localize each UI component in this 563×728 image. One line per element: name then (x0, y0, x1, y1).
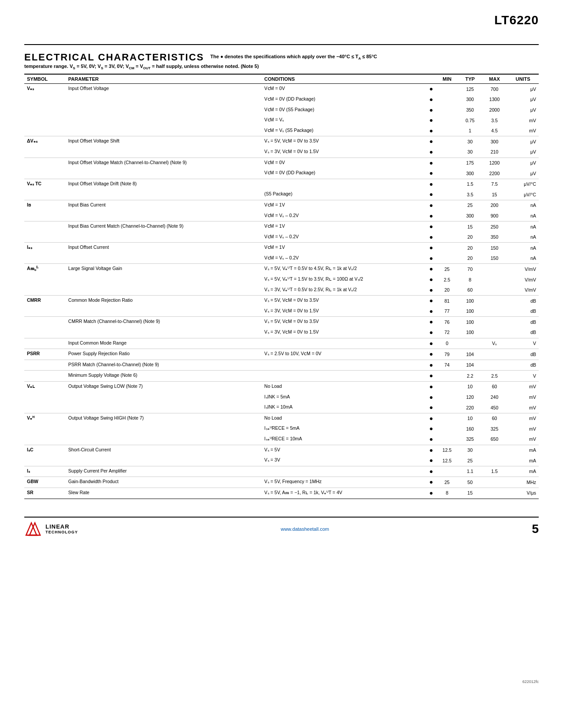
condition-cell: IₛₒᵁRECE = 5mA (262, 424, 427, 434)
typ-cell: 100 (458, 327, 482, 338)
dot-cell: ● (427, 360, 435, 371)
dot-cell: ● (427, 168, 435, 179)
ec-subtitle2: temperature range. VS = 5V, 0V; VS = 3V,… (24, 64, 539, 70)
dot-cell: ● (427, 84, 435, 94)
units-cell: dB (507, 360, 539, 371)
condition-cell (262, 371, 427, 382)
symbol-cell: Vₒʟ (24, 382, 66, 413)
condition-cell: IₛₒᵁRECE = 10mA (262, 434, 427, 445)
dot-cell: ● (427, 179, 435, 189)
condition-cell: Vₛ = 5V, VᴄM = 0V to 3.5V (262, 317, 427, 327)
table-row: VₒʟOutput Voltage Swing LOW (Note 7)No L… (24, 382, 539, 392)
col-dot (427, 74, 435, 84)
units-cell: dB (507, 306, 539, 317)
param-cell: Power Supply Rejection Ratio (66, 349, 262, 360)
condition-cell (262, 466, 427, 477)
dot-cell: ● (427, 232, 435, 243)
typ-cell: 25 (458, 455, 482, 466)
typ-cell: 60 (458, 285, 482, 296)
condition-cell: VᴄM = Vₛ (262, 115, 427, 126)
dot-cell: ● (427, 200, 435, 210)
min-cell: 77 (436, 306, 458, 317)
max-cell: 2.5 (482, 371, 507, 382)
min-cell: 25 (436, 477, 458, 488)
param-cell: Gain-Bandwidth Product (66, 477, 262, 488)
table-row: IₒₛInput Offset CurrentVᴄM = 1V●20150nA (24, 243, 539, 253)
param-cell: PSRR Match (Channel-to-Channel) (Note 9) (66, 360, 262, 371)
typ-cell: 20 (458, 253, 482, 264)
units-cell: mV (507, 402, 539, 413)
condition-cell: Vₛ = 3V (262, 455, 427, 466)
condition-cell (262, 338, 427, 349)
typ-cell: 3.5 (458, 189, 482, 200)
typ-cell: 30 (458, 136, 482, 147)
table-row: Minimum Supply Voltage (Note 6)●2.22.5V (24, 371, 539, 382)
symbol-cell: IₛC (24, 445, 66, 466)
typ-cell: 300 (458, 168, 482, 179)
dot-cell: ● (427, 371, 435, 382)
max-cell: 450 (482, 402, 507, 413)
company-name-line2: TECHNOLOGY (45, 530, 78, 534)
units-cell: V/mV (507, 264, 539, 274)
units-cell: MHz (507, 477, 539, 488)
typ-cell: 1 (458, 126, 482, 136)
table-row: ΔVₒₛInput Offset Voltage ShiftVₛ = 5V, V… (24, 136, 539, 147)
dot-cell: ● (427, 136, 435, 147)
units-cell: V/mV (507, 285, 539, 296)
characteristics-table: SYMBOL PARAMETER CONDITIONS MIN TYP MAX … (24, 74, 539, 499)
units-cell: dB (507, 296, 539, 306)
dot-cell: ● (427, 296, 435, 306)
min-cell: 8 (436, 488, 458, 499)
max-cell: 210 (482, 147, 507, 158)
min-cell (436, 94, 458, 105)
table-row: IₛSupply Current Per Amplifier●1.11.5mA (24, 466, 539, 477)
footer-url[interactable]: www.datasheetall.com (281, 526, 329, 532)
table-row: Vₒₛ TCInput Offset Voltage Drift (Note 8… (24, 179, 539, 189)
symbol-cell: Vₒₛ TC (24, 179, 66, 200)
units-cell: nA (507, 221, 539, 232)
min-cell: 74 (436, 360, 458, 371)
param-cell: Common Mode Rejection Ratio (66, 296, 262, 317)
units-cell: mV (507, 434, 539, 445)
units-cell: mV (507, 413, 539, 424)
param-cell: Output Voltage Swing LOW (Note 7) (66, 382, 262, 413)
condition-cell: VᴄM = 0V (262, 158, 427, 168)
typ-cell: 20 (458, 243, 482, 253)
typ-cell: 350 (458, 105, 482, 116)
param-cell: Short-Circuit Current (66, 445, 262, 466)
units-cell: μV (507, 136, 539, 147)
max-cell (482, 488, 507, 499)
param-cell: Output Voltage Swing HIGH (Note 7) (66, 413, 262, 445)
min-cell (436, 115, 458, 126)
units-cell: mA (507, 466, 539, 477)
table-row: VₒᴴOutput Voltage Swing HIGH (Note 7)No … (24, 413, 539, 424)
condition-cell: VᴄM = 1V (262, 221, 427, 232)
typ-cell: 100 (458, 296, 482, 306)
dot-cell: ● (427, 115, 435, 126)
max-cell (482, 264, 507, 274)
col-symbol: SYMBOL (24, 74, 66, 84)
min-cell: 79 (436, 349, 458, 360)
symbol-cell: SR (24, 488, 66, 499)
typ-cell: 8 (458, 274, 482, 285)
symbol-cell (24, 221, 66, 243)
condition-cell: Vₛ = 5V, VₒᵁT = 0.5V to 4.5V, Rʟ = 1k at… (262, 264, 427, 274)
dot-cell: ● (427, 221, 435, 232)
param-cell: Input Offset Voltage Match (Channel-to-C… (66, 158, 262, 179)
units-cell: mA (507, 445, 539, 455)
company-name-line1: LINEAR (45, 523, 78, 530)
max-cell: 3.5 (482, 115, 507, 126)
max-cell (482, 306, 507, 317)
max-cell: 900 (482, 211, 507, 221)
min-cell: 0 (436, 338, 458, 349)
symbol-cell: Iв (24, 200, 66, 221)
condition-cell: VᴄM = 0V (262, 84, 427, 94)
condition-cell: VᴄM = 0V (DD Package) (262, 94, 427, 105)
max-cell: 700 (482, 84, 507, 94)
table-row: IₛCShort-Circuit CurrentVₛ = 5V●12.530mA (24, 445, 539, 455)
units-cell: μV (507, 94, 539, 105)
typ-cell: 0.75 (458, 115, 482, 126)
typ-cell: 325 (458, 434, 482, 445)
condition-cell: Vₛ = 3V, VₒᵁT = 0.5V to 2.5V, Rʟ = 1k at… (262, 285, 427, 296)
min-cell: 76 (436, 317, 458, 327)
